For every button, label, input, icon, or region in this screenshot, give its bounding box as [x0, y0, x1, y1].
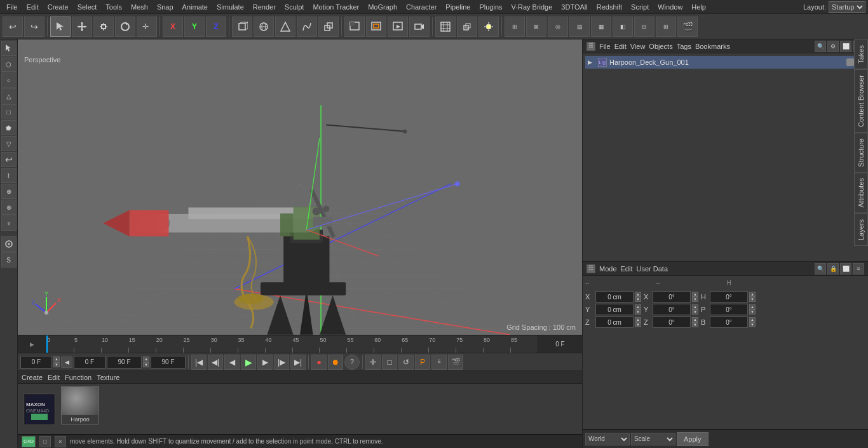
coord-b-down[interactable]: ▼: [749, 322, 756, 327]
coord-x-up[interactable]: ▲: [635, 292, 641, 297]
z-axis-button[interactable]: Z: [206, 17, 226, 37]
grid-button[interactable]: [435, 17, 456, 37]
undo-button[interactable]: ↩: [3, 17, 23, 37]
attr-search[interactable]: 🔍: [815, 263, 826, 275]
attr-lock[interactable]: 🔒: [827, 263, 839, 275]
menu-edit[interactable]: Edit: [23, 2, 43, 12]
coord-xr-up[interactable]: ▲: [692, 292, 698, 297]
prev-key-button[interactable]: ◀|: [208, 355, 223, 370]
help-button[interactable]: ?: [344, 355, 360, 370]
world-dropdown[interactable]: World: [585, 433, 630, 445]
coord-yr-down[interactable]: ▼: [692, 309, 698, 315]
coord-p-up[interactable]: ▲: [749, 304, 756, 309]
rotate-tool2-button[interactable]: ↺: [398, 355, 414, 370]
frame-up-arrow[interactable]: ▲: [53, 356, 60, 362]
menu-help[interactable]: Help: [688, 2, 710, 12]
tab-content-browser[interactable]: Content Browser: [854, 69, 868, 133]
obj-search[interactable]: 🔍: [815, 41, 826, 52]
coord-z-pos[interactable]: [595, 316, 634, 328]
coord-b[interactable]: [710, 316, 748, 328]
viewport-container[interactable]: View Cameras Display Options Filter Pane…: [18, 39, 582, 335]
lt-hex[interactable]: ⬡: [1, 57, 17, 72]
scale-tool-button[interactable]: [93, 17, 114, 37]
start-frame-btn[interactable]: ◀: [61, 356, 72, 368]
y-axis-button[interactable]: Y: [184, 17, 205, 37]
menu-3dtoall[interactable]: 3DTOAll: [557, 2, 591, 12]
snapping5-button[interactable]: ▦: [591, 17, 611, 37]
lt-stamp[interactable]: ⍕: [1, 215, 17, 231]
coord-y-down[interactable]: ▼: [635, 309, 641, 315]
play-button[interactable]: ▶: [241, 355, 256, 370]
objects-tree[interactable]: ▶ L◎ Harpoon_Deck_Gun_001: [583, 53, 868, 261]
tree-dot-green[interactable]: [846, 58, 854, 66]
spline-button[interactable]: [297, 17, 317, 37]
move-tool-button[interactable]: [72, 17, 92, 37]
menu-create[interactable]: Create: [44, 2, 72, 12]
boole-button[interactable]: [318, 17, 339, 37]
coord-y-rot[interactable]: [653, 304, 691, 315]
coord-y-pos[interactable]: [595, 304, 634, 315]
film-button[interactable]: 🎬: [677, 17, 698, 37]
layout-select[interactable]: Startup: [829, 1, 865, 13]
lt-hook[interactable]: ↩: [1, 152, 17, 167]
end-frame-input[interactable]: [107, 356, 142, 369]
snapping7-button[interactable]: ⊟: [634, 17, 654, 37]
lt-circle[interactable]: ○: [1, 72, 17, 88]
coord-y-up[interactable]: ▲: [635, 304, 641, 309]
lt-square[interactable]: □: [1, 104, 17, 119]
coord-b-up[interactable]: ▲: [749, 317, 756, 322]
auto-key-button[interactable]: ⏺: [328, 355, 343, 370]
move-tool2-button[interactable]: ✛: [365, 355, 381, 370]
render-region-button[interactable]: [366, 17, 386, 37]
tree-item-harpoon[interactable]: ▶ L◎ Harpoon_Deck_Gun_001: [585, 56, 865, 69]
motion-camera-button[interactable]: [409, 17, 430, 37]
record-button[interactable]: ●: [311, 355, 327, 370]
obj-tags[interactable]: Tags: [677, 43, 691, 50]
coord-p-down[interactable]: ▼: [749, 309, 756, 315]
goto-start-button[interactable]: |◀: [191, 355, 207, 370]
coord-x-pos[interactable]: [595, 291, 634, 302]
menu-tools[interactable]: Tools: [102, 2, 126, 12]
menu-script[interactable]: Script: [627, 2, 653, 12]
scene-viewport[interactable]: [18, 39, 582, 335]
sphere-button[interactable]: [254, 17, 274, 37]
endframe-up-arrow[interactable]: ▲: [143, 356, 149, 362]
start-frame-input[interactable]: [74, 356, 105, 369]
menu-mesh[interactable]: Mesh: [127, 2, 152, 12]
obj-objects[interactable]: Objects: [649, 43, 672, 50]
obj-expand[interactable]: ⬜: [840, 41, 851, 52]
select-tool-button[interactable]: [50, 17, 71, 37]
snapping2-button[interactable]: ⊠: [526, 17, 546, 37]
obj-file[interactable]: File: [599, 43, 611, 50]
coord-yr-up[interactable]: ▲: [692, 304, 698, 309]
scale-tool2-button[interactable]: □: [382, 355, 397, 370]
timeline[interactable]: ▶ 051015202530354045505560657075808590 0…: [18, 335, 582, 353]
coord-xr-down[interactable]: ▼: [692, 297, 698, 302]
tab-layers[interactable]: Layers: [854, 214, 868, 246]
menu-sculpt[interactable]: Sculpt: [281, 2, 308, 12]
menu-select[interactable]: Select: [74, 2, 101, 12]
lt-knife[interactable]: S: [1, 252, 17, 268]
scale-dropdown[interactable]: Scale: [631, 433, 675, 445]
menu-pipeline[interactable]: Pipeline: [442, 2, 474, 12]
next-frame-button[interactable]: ▶: [257, 355, 273, 370]
x-axis-button[interactable]: X: [163, 17, 183, 37]
menu-file[interactable]: File: [3, 2, 22, 12]
perspective-button[interactable]: [457, 17, 477, 37]
lt-plus[interactable]: ⊕: [1, 184, 17, 199]
tab-takes[interactable]: Takes: [854, 39, 868, 69]
material-harpoon[interactable]: Harpoo: [61, 386, 99, 424]
snapping1-button[interactable]: ⊞: [505, 17, 525, 37]
mat-create[interactable]: Create: [22, 374, 43, 381]
timeline-ruler[interactable]: 051015202530354045505560657075808590: [46, 336, 538, 353]
frame-down-arrow[interactable]: ▼: [53, 362, 60, 367]
attr-expand[interactable]: ⬜: [840, 263, 851, 275]
coord-z-rot[interactable]: [653, 316, 691, 328]
attr-edit[interactable]: Edit: [621, 265, 633, 273]
coord-h-down[interactable]: ▼: [749, 297, 756, 302]
attr-mode[interactable]: Mode: [599, 265, 617, 273]
coord-z-down[interactable]: ▼: [635, 322, 641, 327]
menu-animate[interactable]: Animate: [179, 2, 212, 12]
menu-character[interactable]: Character: [402, 2, 440, 12]
current-frame-input[interactable]: [20, 356, 52, 369]
